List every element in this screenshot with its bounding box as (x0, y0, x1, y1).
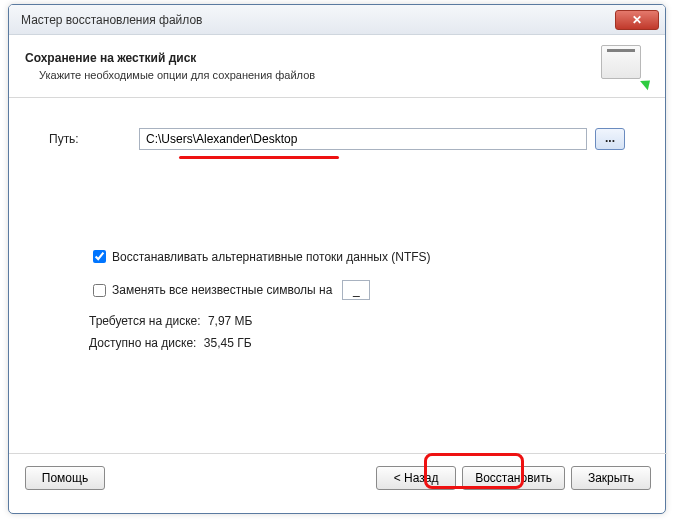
close-icon[interactable]: ✕ (615, 10, 659, 30)
available-label: Доступно на диске: (89, 336, 196, 350)
restore-streams-label: Восстанавливать альтернативные потоки да… (112, 250, 431, 264)
required-label: Требуется на диске: (89, 314, 201, 328)
titlebar: Мастер восстановления файлов ✕ (9, 5, 665, 35)
path-label: Путь: (49, 132, 139, 146)
path-input[interactable] (139, 128, 587, 150)
replace-unknown-label: Заменять все неизвестные символы на (112, 283, 332, 297)
available-value: 35,45 ГБ (204, 336, 252, 350)
close-button[interactable]: Закрыть (571, 466, 651, 490)
help-button[interactable]: Помощь (25, 466, 105, 490)
window-title: Мастер восстановления файлов (21, 13, 615, 27)
replace-char-input[interactable] (342, 280, 370, 300)
browse-button[interactable]: ... (595, 128, 625, 150)
required-value: 7,97 МБ (208, 314, 253, 328)
recover-button[interactable]: Восстановить (462, 466, 565, 490)
replace-unknown-checkbox[interactable] (93, 284, 106, 297)
annotation-underline (179, 156, 339, 159)
disk-save-icon (599, 45, 649, 87)
header-panel: Сохранение на жесткий диск Укажите необх… (9, 35, 665, 98)
back-button[interactable]: < Назад (376, 466, 456, 490)
restore-streams-checkbox[interactable] (93, 250, 106, 263)
page-subtitle: Укажите необходимые опции для сохранения… (25, 69, 599, 81)
page-title: Сохранение на жесткий диск (25, 51, 599, 65)
